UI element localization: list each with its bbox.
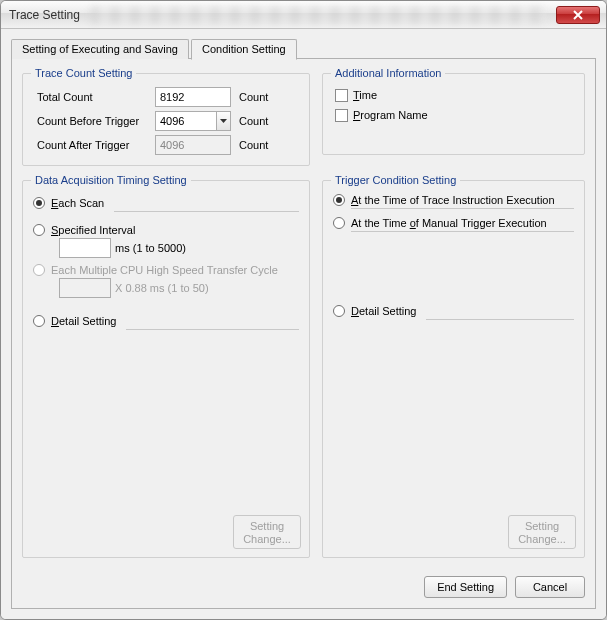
group-additional-info-legend: Additional Information	[331, 67, 445, 79]
close-icon	[573, 10, 583, 20]
tab-condition-setting[interactable]: Condition Setting	[191, 39, 297, 60]
radio-trig-detail-row: Detail Setting	[333, 302, 574, 320]
titlebar: Trace Setting	[1, 1, 606, 29]
time-label: Time	[353, 89, 377, 101]
group-additional-info: Additional Information Time Program Name	[322, 67, 585, 155]
window-title: Trace Setting	[9, 8, 80, 22]
end-setting-button[interactable]: End Setting	[424, 576, 507, 598]
dialog-window: Trace Setting Setting of Executing and S…	[0, 0, 607, 620]
daq-setting-change-button: SettingChange...	[233, 515, 301, 549]
radio-instr-exec-label: At the Time of Trace Instruction Executi…	[351, 194, 555, 206]
instr-exec-underline	[351, 208, 574, 209]
radio-mult-cpu-row: Each Multiple CPU High Speed Transfer Cy…	[33, 264, 299, 276]
group-daq-legend: Data Acquisition Timing Setting	[31, 174, 191, 186]
radio-manual-exec-label: At the Time of Manual Trigger Execution	[351, 217, 547, 229]
radio-mult-cpu-label: Each Multiple CPU High Speed Transfer Cy…	[51, 264, 278, 276]
each-scan-underline	[114, 198, 299, 212]
program-name-label: Program Name	[353, 109, 428, 121]
interval-input[interactable]	[59, 238, 111, 258]
after-trigger-input	[155, 135, 231, 155]
group-trigger-legend: Trigger Condition Setting	[331, 174, 460, 186]
bottom-columns: Data Acquisition Timing Setting Each Sca…	[22, 174, 585, 566]
radio-each-scan-row: Each Scan	[33, 194, 299, 212]
radio-specified-interval[interactable]	[33, 224, 45, 236]
before-trigger-unit: Count	[235, 115, 277, 127]
cancel-button[interactable]: Cancel	[515, 576, 585, 598]
chevron-down-icon	[220, 119, 227, 123]
before-trigger-input[interactable]	[156, 112, 216, 130]
client-area: Setting of Executing and Saving Conditio…	[1, 29, 606, 619]
radio-daq-detail-label: Detail Setting	[51, 315, 116, 327]
radio-specified-interval-label: Specified Interval	[51, 224, 135, 236]
mult-cpu-input-row: X 0.88 ms (1 to 50)	[59, 278, 301, 298]
top-columns: Trace Count Setting Total Count Count Co…	[22, 67, 585, 174]
radio-specified-interval-row: Specified Interval	[33, 224, 299, 236]
interval-unit: ms (1 to 5000)	[115, 242, 186, 254]
group-trace-count: Trace Count Setting Total Count Count Co…	[22, 67, 310, 166]
radio-mult-cpu	[33, 264, 45, 276]
before-trigger-label: Count Before Trigger	[31, 115, 151, 127]
before-trigger-dropdown[interactable]	[216, 112, 230, 130]
trig-detail-underline	[426, 306, 574, 320]
program-name-checkbox[interactable]	[335, 109, 348, 122]
total-count-unit: Count	[235, 91, 277, 103]
mult-cpu-unit: X 0.88 ms (1 to 50)	[115, 282, 209, 294]
group-trace-count-legend: Trace Count Setting	[31, 67, 136, 79]
radio-trig-detail-label: Detail Setting	[351, 305, 416, 317]
radio-each-scan[interactable]	[33, 197, 45, 209]
radio-each-scan-label: Each Scan	[51, 197, 104, 209]
dialog-footer: End Setting Cancel	[22, 566, 585, 598]
before-trigger-combo[interactable]	[155, 111, 231, 131]
tab-exec-save[interactable]: Setting of Executing and Saving	[11, 39, 189, 59]
tab-panel-condition: Trace Count Setting Total Count Count Co…	[11, 58, 596, 609]
radio-manual-exec[interactable]	[333, 217, 345, 229]
time-checkbox[interactable]	[335, 89, 348, 102]
total-count-label: Total Count	[31, 91, 151, 103]
radio-trig-detail[interactable]	[333, 305, 345, 317]
mult-cpu-input	[59, 278, 111, 298]
tab-strip: Setting of Executing and Saving Conditio…	[11, 35, 596, 59]
radio-instr-exec-row: At the Time of Trace Instruction Executi…	[333, 194, 574, 206]
radio-daq-detail[interactable]	[33, 315, 45, 327]
after-trigger-label: Count After Trigger	[31, 139, 151, 151]
group-daq-timing: Data Acquisition Timing Setting Each Sca…	[22, 174, 310, 558]
total-count-input[interactable]	[155, 87, 231, 107]
after-trigger-unit: Count	[235, 139, 277, 151]
radio-daq-detail-row: Detail Setting	[33, 312, 299, 330]
manual-exec-underline	[351, 231, 574, 232]
radio-instr-exec[interactable]	[333, 194, 345, 206]
trig-setting-change-button: SettingChange...	[508, 515, 576, 549]
interval-input-row: ms (1 to 5000)	[59, 238, 301, 258]
group-trigger-condition: Trigger Condition Setting At the Time of…	[322, 174, 585, 558]
close-button[interactable]	[556, 6, 600, 24]
titlebar-blur	[90, 6, 546, 24]
radio-manual-exec-row: At the Time of Manual Trigger Execution	[333, 217, 574, 229]
daq-detail-underline	[126, 316, 299, 330]
